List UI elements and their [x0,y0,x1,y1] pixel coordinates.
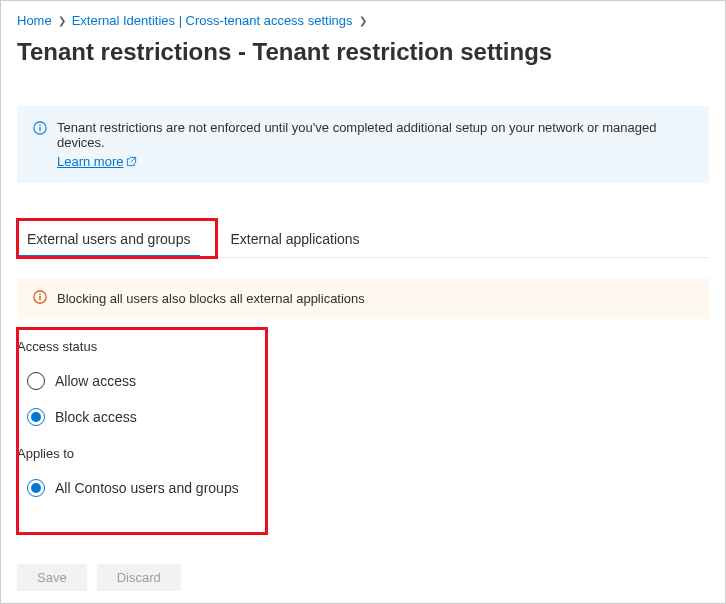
tab-external-apps[interactable]: External applications [220,223,369,257]
chevron-right-icon: ❯ [58,15,66,26]
footer-buttons: Save Discard [17,564,181,591]
discard-button[interactable]: Discard [97,564,181,591]
external-link-icon [126,156,137,167]
radio-icon [27,408,45,426]
radio-block-access[interactable]: Block access [27,408,709,426]
breadcrumb-home[interactable]: Home [17,13,52,28]
radio-label: All Contoso users and groups [55,480,239,496]
radio-allow-access[interactable]: Allow access [27,372,709,390]
info-text: Tenant restrictions are not enforced unt… [57,120,656,150]
info-icon [33,121,47,138]
save-button[interactable]: Save [17,564,87,591]
radio-icon [27,372,45,390]
tabs: External users and groups External appli… [17,223,709,258]
svg-point-1 [39,124,41,126]
svg-rect-2 [39,127,40,131]
radio-all-users[interactable]: All Contoso users and groups [27,479,709,497]
svg-point-4 [39,293,41,295]
page-title: Tenant restrictions - Tenant restriction… [17,38,709,66]
warning-text: Blocking all users also blocks all exter… [57,291,365,306]
tab-external-users[interactable]: External users and groups [17,223,200,257]
breadcrumb: Home ❯ External Identities | Cross-tenan… [17,13,709,28]
learn-more-link[interactable]: Learn more [57,154,137,169]
info-banner: Tenant restrictions are not enforced unt… [17,106,709,183]
radio-label: Block access [55,409,137,425]
warning-banner: Blocking all users also blocks all exter… [17,278,709,319]
annotation-highlight [16,327,268,535]
chevron-right-icon: ❯ [359,15,367,26]
applies-to-label: Applies to [17,446,709,461]
breadcrumb-parent[interactable]: External Identities | Cross-tenant acces… [72,13,353,28]
access-status-label: Access status [17,339,709,354]
warning-icon [33,290,47,307]
svg-rect-5 [39,296,40,300]
radio-label: Allow access [55,373,136,389]
radio-icon [27,479,45,497]
